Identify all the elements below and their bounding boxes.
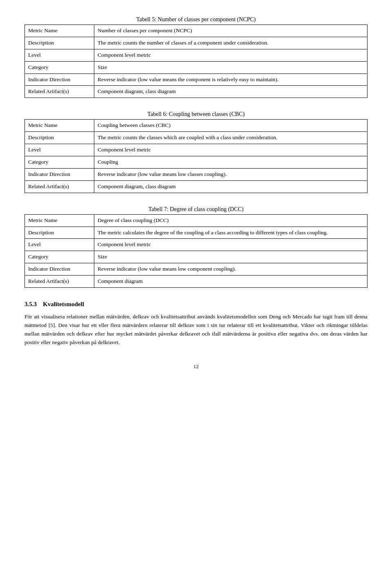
table-row: Related Artifact(s)Component diagram — [25, 276, 368, 288]
row-label: Metric Name — [25, 120, 94, 132]
table-row: Indicator DirectionReverse indicator (lo… — [25, 263, 368, 276]
table-row: Metric NameDegree of class coupling (DCC… — [25, 214, 368, 227]
row-label: Category — [25, 156, 94, 169]
row-value: Component level metric — [94, 239, 368, 251]
table-row: CategorySize — [25, 61, 368, 73]
row-label: Description — [25, 132, 94, 144]
row-label: Indicator Direction — [25, 73, 94, 86]
section-number: 3.5.3 — [24, 301, 37, 307]
table6-title: Tabell 6: Coupling between classes (CBC) — [24, 111, 368, 118]
row-label: Category — [25, 251, 94, 263]
section-body: För att visualisera relationer mellan mä… — [24, 313, 368, 347]
row-label: Level — [25, 239, 94, 251]
row-label: Level — [25, 144, 94, 156]
row-value: Component level metric — [94, 49, 368, 61]
page-number: 12 — [24, 363, 368, 370]
row-value: Component diagram, class diagram — [94, 86, 368, 98]
row-label: Related Artifact(s) — [25, 276, 94, 288]
row-value: Component diagram — [94, 276, 368, 288]
row-value: Component level metric — [94, 144, 368, 156]
row-value: The metric counts the classes which are … — [94, 132, 368, 144]
row-value: Coupling — [94, 156, 368, 169]
row-label: Indicator Direction — [25, 263, 94, 276]
row-value: Size — [94, 251, 368, 263]
section-heading: 3.5.3 Kvalitetsmodell — [24, 301, 368, 308]
row-value: Size — [94, 61, 368, 73]
table-row: LevelComponent level metric — [25, 49, 368, 61]
row-value: Reverse indicator (low value means low c… — [94, 263, 368, 276]
table-row: Metric NameNumber of classes per compone… — [25, 25, 368, 37]
row-label: Indicator Direction — [25, 168, 94, 180]
table-row: DescriptionThe metric counts the number … — [25, 37, 368, 49]
row-value: Component diagram, class diagram — [94, 180, 368, 193]
table-row: Metric NameCoupling between classes (CBC… — [25, 120, 368, 132]
table-row: LevelComponent level metric — [25, 144, 368, 156]
table-row: CategoryCoupling — [25, 156, 368, 169]
table6: Metric NameCoupling between classes (CBC… — [24, 119, 368, 193]
row-label: Level — [25, 49, 94, 61]
table-row: Indicator DirectionReverse indicator (lo… — [25, 73, 368, 86]
row-label: Related Artifact(s) — [25, 180, 94, 193]
row-label: Category — [25, 61, 94, 73]
page-content: Tabell 5: Number of classes per componen… — [24, 16, 368, 370]
section-title: Kvalitetsmodell — [43, 301, 84, 307]
row-value: Reverse indicator (low value means low c… — [94, 168, 368, 180]
table5-title: Tabell 5: Number of classes per componen… — [24, 16, 368, 23]
row-value: Number of classes per component (NCPC) — [94, 25, 368, 37]
row-label: Metric Name — [25, 214, 94, 227]
row-value: Degree of class coupling (DCC) — [94, 214, 368, 227]
row-value: The metric calculates the degree of the … — [94, 227, 368, 239]
table-row: DescriptionThe metric counts the classes… — [25, 132, 368, 144]
table7-title: Tabell 7: Degree of class coupling (DCC) — [24, 206, 368, 213]
row-label: Description — [25, 227, 94, 239]
table-row: DescriptionThe metric calculates the deg… — [25, 227, 368, 239]
table-row: Related Artifact(s)Component diagram, cl… — [25, 180, 368, 193]
table7: Metric NameDegree of class coupling (DCC… — [24, 214, 368, 288]
table-row: LevelComponent level metric — [25, 239, 368, 251]
table-row: Indicator DirectionReverse indicator (lo… — [25, 168, 368, 180]
table5: Metric NameNumber of classes per compone… — [24, 24, 368, 98]
row-value: Reverse indicator (low value means the c… — [94, 73, 368, 86]
row-value: The metric counts the number of classes … — [94, 37, 368, 49]
row-label: Related Artifact(s) — [25, 86, 94, 98]
table-row: CategorySize — [25, 251, 368, 263]
row-label: Metric Name — [25, 25, 94, 37]
row-value: Coupling between classes (CBC) — [94, 120, 368, 132]
table-row: Related Artifact(s)Component diagram, cl… — [25, 86, 368, 98]
row-label: Description — [25, 37, 94, 49]
